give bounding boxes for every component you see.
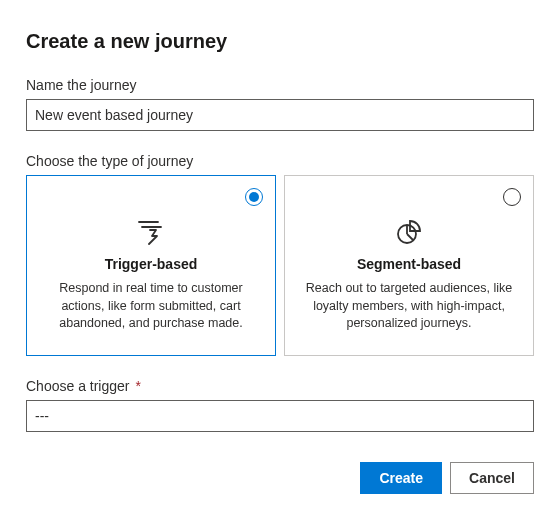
- card-title-segment: Segment-based: [299, 256, 519, 272]
- name-label: Name the journey: [26, 77, 534, 93]
- card-desc-trigger: Respond in real time to customer actions…: [41, 280, 261, 333]
- card-title-trigger: Trigger-based: [41, 256, 261, 272]
- lightning-icon: [41, 218, 261, 246]
- cancel-button[interactable]: Cancel: [450, 462, 534, 494]
- journey-type-cards: Trigger-based Respond in real time to cu…: [26, 175, 534, 356]
- card-segment-based[interactable]: Segment-based Reach out to targeted audi…: [284, 175, 534, 356]
- name-field: Name the journey: [26, 77, 534, 131]
- trigger-label: Choose a trigger *: [26, 378, 534, 394]
- svg-line-4: [407, 234, 413, 240]
- type-field: Choose the type of journey Trigger-based…: [26, 153, 534, 356]
- trigger-field: Choose a trigger *: [26, 378, 534, 432]
- trigger-input[interactable]: [26, 400, 534, 432]
- trigger-label-text: Choose a trigger: [26, 378, 130, 394]
- type-label: Choose the type of journey: [26, 153, 534, 169]
- create-button[interactable]: Create: [360, 462, 442, 494]
- pie-chart-icon: [299, 218, 519, 246]
- journey-name-input[interactable]: [26, 99, 534, 131]
- card-desc-segment: Reach out to targeted audiences, like lo…: [299, 280, 519, 333]
- dialog-footer: Create Cancel: [26, 462, 534, 494]
- required-asterisk: *: [135, 378, 140, 394]
- radio-segment-based[interactable]: [503, 188, 521, 206]
- radio-trigger-based[interactable]: [245, 188, 263, 206]
- page-title: Create a new journey: [26, 30, 534, 53]
- card-trigger-based[interactable]: Trigger-based Respond in real time to cu…: [26, 175, 276, 356]
